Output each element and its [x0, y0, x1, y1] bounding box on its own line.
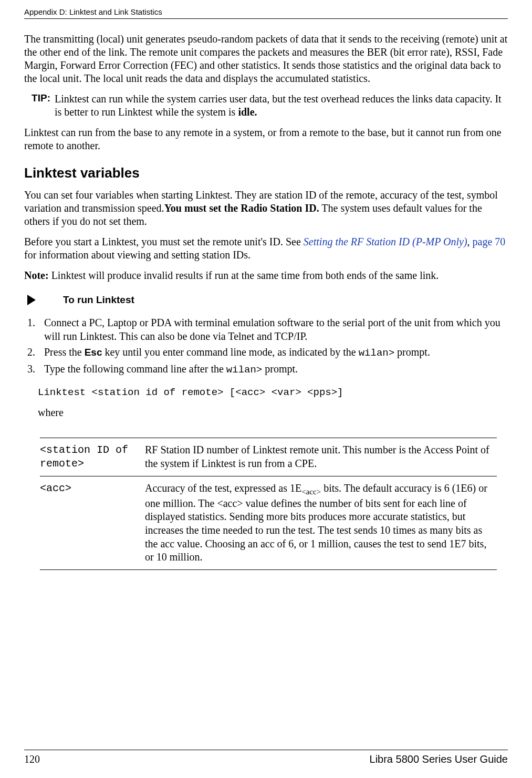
- step-3: Type the following command line after th…: [38, 362, 508, 377]
- tip-text-a: Linktest can run while the system carrie…: [55, 93, 502, 118]
- paragraph-before-start: Before you start a Linktest, you must se…: [24, 235, 508, 262]
- procedure-steps: Connect a PC, Laptop or PDA with termina…: [24, 316, 508, 376]
- step-1: Connect a PC, Laptop or PDA with termina…: [38, 316, 508, 343]
- note-label: Note:: [24, 269, 49, 281]
- command-line: Linktest <station id of remote> [<acc> <…: [38, 387, 508, 398]
- s2-c: key until you enter command line mode, a…: [102, 346, 358, 358]
- footer-title: Libra 5800 Series User Guide: [370, 753, 508, 765]
- procedure-heading-row: To run Linktest: [24, 294, 508, 306]
- p4-c: for information about viewing and settin…: [24, 249, 251, 261]
- table-row: <acc> Accuracy of the test, expressed as…: [40, 476, 497, 569]
- s2-e: prompt.: [394, 346, 430, 358]
- procedure-arrow-icon: [26, 294, 37, 306]
- note-paragraph: Note: Linktest will produce invalid resu…: [24, 269, 508, 282]
- p3-b: You must set the Radio Station ID.: [164, 202, 319, 214]
- page-number: 120: [24, 753, 40, 765]
- note-text: Linktest will produce invalid results if…: [49, 269, 439, 281]
- link-setting-rf-station-id[interactable]: Setting the RF Station ID (P-MP Only): [304, 236, 467, 247]
- s2-d-prompt: wilan>: [359, 347, 394, 359]
- p4-a: Before you start a Linktest, you must se…: [24, 236, 304, 247]
- param-desc-station-id: RF Station ID number of Linktest remote …: [145, 438, 497, 476]
- procedure-title: To run Linktest: [63, 294, 134, 306]
- tip-text-b: idle.: [238, 106, 257, 118]
- tip-block: TIP: Linktest can run while the system c…: [24, 92, 508, 119]
- paragraph-scope: Linktest can run from the base to any re…: [24, 126, 508, 152]
- p4-b: ,: [467, 236, 473, 247]
- s2-b-esc-key: Esc: [85, 347, 102, 358]
- link-page-70[interactable]: page 70: [473, 236, 506, 247]
- page-footer: 120 Libra 5800 Series User Guide: [24, 750, 508, 765]
- header-title: Appendix D: Linktest and Link Statistics: [24, 7, 508, 16]
- s2-a: Press the: [44, 346, 85, 358]
- param-name-acc: <acc>: [40, 476, 145, 569]
- page-header: Appendix D: Linktest and Link Statistics: [24, 0, 508, 19]
- step-2: Press the Esc key until you enter comman…: [38, 345, 508, 360]
- paragraph-variables: You can set four variables when starting…: [24, 189, 508, 228]
- r2-a: Accuracy of the test, expressed as 1E: [145, 482, 301, 494]
- tip-label: TIP:: [24, 92, 55, 119]
- tip-body: Linktest can run while the system carrie…: [55, 92, 508, 119]
- param-desc-acc: Accuracy of the test, expressed as 1E<ac…: [145, 476, 497, 569]
- r2-b-sub: <acc>: [301, 487, 321, 496]
- s3-b-prompt: wilan>: [226, 364, 262, 376]
- section-heading-linktest-variables: Linktest variables: [24, 165, 508, 181]
- paragraph-intro: The transmitting (local) unit generates …: [24, 33, 508, 85]
- where-label: where: [38, 407, 508, 419]
- parameter-table: <station ID of remote> RF Station ID num…: [40, 438, 497, 569]
- s3-c: prompt.: [262, 363, 298, 375]
- param-name-station-id: <station ID of remote>: [40, 438, 145, 476]
- svg-marker-0: [27, 295, 36, 305]
- table-row: <station ID of remote> RF Station ID num…: [40, 438, 497, 476]
- s3-a: Type the following command line after th…: [44, 363, 226, 375]
